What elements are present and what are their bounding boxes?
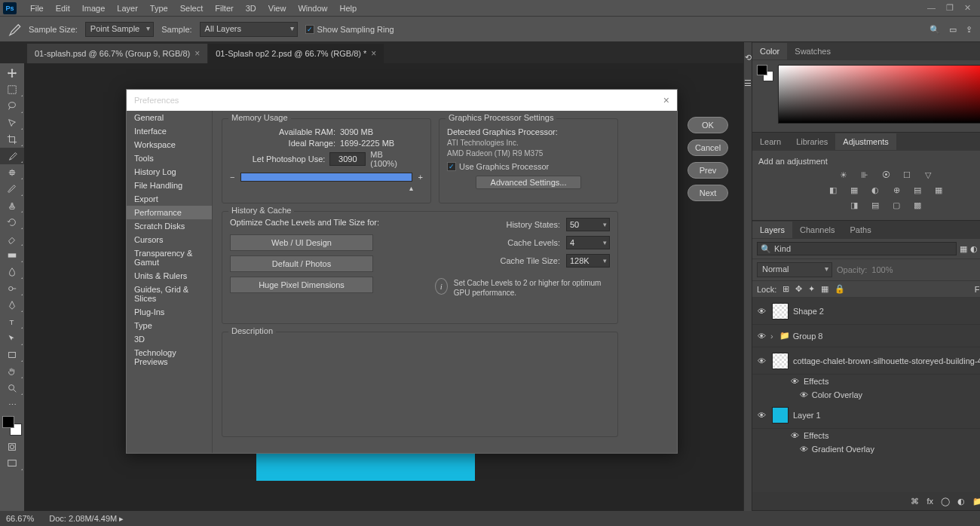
selective-color-icon[interactable]: ▩ bbox=[910, 199, 925, 211]
document-tab[interactable]: 01-splash.psd @ 66.7% (Group 9, RGB/8) × bbox=[27, 44, 207, 63]
share-icon[interactable]: ⇪ bbox=[966, 25, 972, 35]
lock-position-icon[interactable]: ✥ bbox=[795, 284, 802, 294]
threshold-icon[interactable]: ▢ bbox=[889, 199, 904, 211]
layer-row[interactable]: 👁 › 📁 Group 8 bbox=[752, 325, 980, 347]
visibility-icon[interactable]: 👁 bbox=[755, 355, 767, 367]
close-icon[interactable]: × bbox=[194, 48, 200, 59]
lock-all-icon[interactable]: 🔒 bbox=[835, 284, 845, 294]
lasso-tool-icon[interactable] bbox=[0, 98, 24, 115]
window-close-icon[interactable]: ✕ bbox=[964, 3, 971, 13]
slider-minus-icon[interactable]: − bbox=[230, 173, 234, 182]
pref-history-log[interactable]: History Log bbox=[127, 165, 212, 179]
menu-help[interactable]: Help bbox=[334, 4, 363, 13]
pref-scratch-disks[interactable]: Scratch Disks bbox=[127, 219, 212, 233]
link-layers-icon[interactable]: ⌘ bbox=[911, 497, 919, 506]
slider-handle-icon[interactable]: ▴ bbox=[409, 184, 413, 192]
cache-tile-size-select[interactable]: 128K bbox=[566, 254, 610, 268]
window-maximize-icon[interactable]: ❐ bbox=[946, 3, 954, 13]
blend-mode-select[interactable]: Normal bbox=[757, 262, 832, 277]
sample-size-select[interactable]: Point Sample bbox=[85, 22, 154, 37]
menu-file[interactable]: File bbox=[24, 4, 50, 13]
hand-tool-icon[interactable] bbox=[0, 363, 24, 380]
pref-3d[interactable]: 3D bbox=[127, 332, 212, 346]
history-panel-icon[interactable]: ⟲ bbox=[744, 47, 752, 68]
pref-transparency[interactable]: Transparency & Gamut bbox=[127, 246, 212, 269]
eyedropper-tool-icon[interactable] bbox=[0, 148, 24, 164]
expand-icon[interactable]: › bbox=[770, 332, 773, 341]
close-icon[interactable]: × bbox=[371, 48, 376, 59]
invert-icon[interactable]: ◨ bbox=[847, 199, 862, 211]
sample-select[interactable]: All Layers bbox=[200, 22, 298, 37]
visibility-icon[interactable]: 👁 bbox=[755, 305, 767, 317]
memory-input[interactable] bbox=[329, 152, 366, 166]
lock-pixels-icon[interactable]: ⊞ bbox=[782, 284, 789, 294]
next-button[interactable]: Next bbox=[688, 185, 728, 201]
photo-filter-icon[interactable]: ◐ bbox=[868, 184, 883, 196]
ok-button[interactable]: OK bbox=[688, 117, 728, 133]
filter-pixel-icon[interactable]: ▦ bbox=[960, 244, 967, 254]
layer-row[interactable]: 👁 Shape 2 bbox=[752, 298, 980, 325]
quick-select-tool-icon[interactable] bbox=[0, 115, 24, 131]
menu-edit[interactable]: Edit bbox=[50, 4, 76, 13]
lock-nest-icon[interactable]: ✦ bbox=[808, 284, 815, 294]
zoom-tool-icon[interactable] bbox=[0, 380, 24, 396]
properties-panel-icon[interactable]: ☰ bbox=[744, 72, 752, 93]
type-tool-icon[interactable]: T bbox=[0, 313, 24, 330]
dialog-titlebar[interactable]: Preferences × bbox=[127, 90, 677, 111]
chevron-right-icon[interactable]: ▸ bbox=[119, 514, 124, 523]
tab-libraries[interactable]: Libraries bbox=[789, 133, 835, 150]
tab-paths[interactable]: Paths bbox=[843, 222, 879, 238]
visibility-icon[interactable]: 👁 bbox=[798, 443, 810, 455]
curves-icon[interactable]: ⦿ bbox=[878, 169, 893, 181]
menu-window[interactable]: Window bbox=[292, 4, 333, 13]
tab-learn[interactable]: Learn bbox=[752, 133, 789, 150]
slider-plus-icon[interactable]: + bbox=[418, 173, 423, 182]
gradient-map-icon[interactable]: ▦ bbox=[931, 184, 946, 196]
show-sampling-ring-checkbox[interactable]: ✓ Show Sampling Ring bbox=[305, 25, 394, 34]
brush-tool-icon[interactable] bbox=[0, 181, 24, 197]
menu-select[interactable]: Select bbox=[174, 4, 210, 13]
gradient-tool-icon[interactable] bbox=[0, 247, 24, 264]
preset-web-button[interactable]: Web / UI Design bbox=[230, 234, 373, 251]
dodge-tool-icon[interactable] bbox=[0, 280, 24, 297]
marquee-tool-icon[interactable] bbox=[0, 81, 24, 98]
blur-tool-icon[interactable] bbox=[0, 264, 24, 280]
tab-channels[interactable]: Channels bbox=[792, 222, 842, 238]
pref-tech-previews[interactable]: Technology Previews bbox=[127, 346, 212, 369]
pref-tools[interactable]: Tools bbox=[127, 151, 212, 165]
color-spectrum[interactable] bbox=[778, 65, 980, 124]
channel-mixer-icon[interactable]: ⊕ bbox=[889, 184, 904, 196]
pref-general[interactable]: General bbox=[127, 111, 212, 124]
pref-type[interactable]: Type bbox=[127, 319, 212, 332]
color-swatch[interactable] bbox=[757, 65, 773, 81]
edit-toolbar-icon[interactable]: ⋯ bbox=[0, 396, 24, 413]
prev-button[interactable]: Prev bbox=[688, 162, 728, 179]
pen-tool-icon[interactable] bbox=[0, 297, 24, 313]
menu-type[interactable]: Type bbox=[144, 4, 174, 13]
bw-icon[interactable]: ▦ bbox=[847, 184, 862, 196]
layer-kind-filter[interactable]: 🔍Kind bbox=[757, 242, 957, 255]
zoom-level[interactable]: 66.67% bbox=[6, 514, 34, 523]
pref-workspace[interactable]: Workspace bbox=[127, 138, 212, 151]
visibility-icon[interactable]: 👁 bbox=[798, 389, 810, 401]
pref-performance[interactable]: Performance bbox=[127, 206, 212, 219]
cancel-button[interactable]: Cancel bbox=[688, 139, 728, 156]
levels-icon[interactable]: ⊪ bbox=[857, 169, 872, 181]
tab-color[interactable]: Color bbox=[752, 43, 787, 60]
rectangle-tool-icon[interactable] bbox=[0, 347, 24, 363]
eyedropper-tool-icon[interactable] bbox=[6, 22, 21, 37]
crop-tool-icon[interactable] bbox=[0, 131, 24, 148]
advanced-settings-button[interactable]: Advanced Settings... bbox=[476, 176, 581, 189]
screen-mode-icon[interactable] bbox=[0, 455, 24, 472]
cache-levels-select[interactable]: 4 bbox=[566, 236, 610, 249]
pref-units[interactable]: Units & Rulers bbox=[127, 269, 212, 283]
pref-file-handling[interactable]: File Handling bbox=[127, 179, 212, 192]
visibility-icon[interactable]: 👁 bbox=[789, 375, 801, 387]
use-graphics-processor-checkbox[interactable]: ✓ Use Graphics Processor bbox=[447, 162, 610, 171]
search-icon[interactable]: 🔍 bbox=[929, 25, 940, 35]
path-select-tool-icon[interactable] bbox=[0, 330, 24, 347]
tab-swatches[interactable]: Swatches bbox=[787, 43, 838, 60]
layer-thumbnail[interactable] bbox=[772, 353, 789, 369]
clone-stamp-tool-icon[interactable] bbox=[0, 197, 24, 214]
visibility-icon[interactable]: 👁 bbox=[755, 409, 767, 421]
